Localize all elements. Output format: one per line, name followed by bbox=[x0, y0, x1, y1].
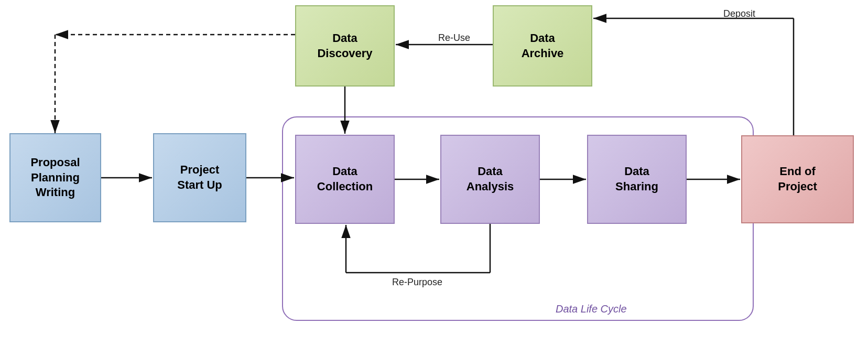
data-discovery-box: Data Discovery bbox=[295, 5, 395, 87]
reuse-label: Re-Use bbox=[438, 33, 470, 44]
end-of-project-box: End of Project bbox=[741, 135, 854, 223]
data-sharing-box: Data Sharing bbox=[587, 135, 687, 224]
project-start-box: Project Start Up bbox=[153, 133, 246, 222]
repurpose-label: Re-Purpose bbox=[392, 277, 442, 288]
lifecycle-label: Data Life Cycle bbox=[556, 303, 627, 315]
data-analysis-box: Data Analysis bbox=[440, 135, 540, 224]
data-archive-box: Data Archive bbox=[493, 5, 592, 87]
deposit-label: Deposit bbox=[723, 8, 755, 19]
data-collection-box: Data Collection bbox=[295, 135, 395, 224]
proposal-box: Proposal Planning Writing bbox=[9, 133, 101, 222]
diagram-container: Data Life Cycle bbox=[0, 0, 868, 345]
